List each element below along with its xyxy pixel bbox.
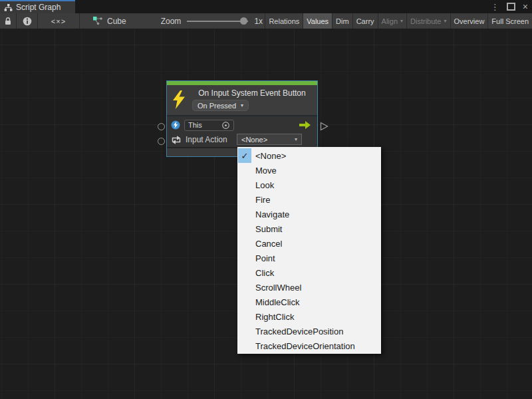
- action-input-port[interactable]: [158, 138, 165, 145]
- tab-script-graph[interactable]: Script Graph: [0, 0, 75, 13]
- view-buttons: Relations Values Dim Carry Align ▾ Distr…: [265, 13, 532, 29]
- menu-item-label: Navigate: [255, 209, 289, 219]
- menu-item[interactable]: ScrollWheel: [237, 280, 381, 295]
- graph-icon: [4, 4, 13, 11]
- graph-toolbar: <×> Cube Zoom 1x Relations Values: [0, 13, 532, 29]
- dim-label: Dim: [336, 17, 349, 25]
- menu-item[interactable]: Move: [237, 163, 381, 178]
- this-field-value: This: [188, 121, 202, 129]
- menu-item[interactable]: Fire: [237, 192, 381, 207]
- menu-item[interactable]: Click: [237, 265, 381, 280]
- close-icon[interactable]: ×: [523, 2, 528, 11]
- fullscreen-label: Full Screen: [491, 17, 529, 25]
- zoom-label: Zoom: [161, 17, 182, 26]
- chevron-down-icon: ▾: [295, 137, 297, 142]
- chevron-down-icon: ▾: [444, 19, 447, 24]
- zoom-control: Zoom 1x: [161, 13, 263, 29]
- info-icon: [23, 17, 32, 26]
- breadcrumb[interactable]: Cube: [93, 13, 126, 29]
- distribute-label: Distribute: [410, 17, 441, 25]
- this-port-row: This: [171, 119, 315, 131]
- menu-item-label: RightClick: [255, 312, 295, 322]
- chevron-down-icon: ▾: [400, 19, 403, 24]
- tab-bar: Script Graph ⋮ ×: [0, 0, 532, 13]
- event-node[interactable]: On Input System Event Button On Pressed …: [166, 80, 318, 157]
- distribute-button[interactable]: Distribute ▾: [406, 13, 450, 29]
- menu-item[interactable]: Look: [237, 178, 381, 192]
- menu-item-label: Fire: [255, 195, 270, 205]
- input-action-dropdown[interactable]: <None> ▾: [237, 134, 302, 145]
- menu-item[interactable]: Cancel: [237, 236, 381, 251]
- event-type-dropdown[interactable]: On Pressed ▾: [192, 100, 249, 111]
- check-icon: ✓: [241, 151, 249, 161]
- zoom-slider[interactable]: [187, 21, 248, 22]
- code-view-button[interactable]: <×>: [38, 13, 80, 29]
- menu-item[interactable]: ✓ <None>: [237, 148, 381, 163]
- code-view-glyph: <×>: [51, 17, 66, 25]
- maximize-icon[interactable]: [507, 3, 515, 11]
- lock-icon: [4, 17, 12, 25]
- tab-label: Script Graph: [16, 3, 61, 12]
- graph-node-icon: [93, 17, 103, 25]
- relations-label: Relations: [269, 17, 299, 25]
- align-button[interactable]: Align ▾: [378, 13, 406, 29]
- unity-script-graph-window: Script Graph ⋮ × <×>: [0, 0, 532, 399]
- menu-item[interactable]: TrackedDevicePosition: [237, 324, 381, 338]
- chevron-down-icon: ▾: [241, 103, 243, 108]
- input-action-label: Input Action: [186, 135, 227, 144]
- info-button[interactable]: [17, 13, 38, 29]
- menu-item-label: MiddleClick: [255, 297, 299, 307]
- window-controls: ⋮ ×: [491, 0, 528, 13]
- zoom-value: 1x: [254, 17, 263, 26]
- fullscreen-button[interactable]: Full Screen: [487, 13, 532, 29]
- lightning-icon: [172, 90, 186, 110]
- this-input-port[interactable]: [158, 123, 165, 130]
- object-picker-icon[interactable]: [221, 121, 230, 130]
- checked-gutter: ✓: [238, 148, 251, 163]
- this-object-field[interactable]: This: [184, 120, 234, 131]
- event-type-label: On Pressed: [198, 102, 236, 110]
- window-menu-icon[interactable]: ⋮: [491, 3, 499, 11]
- flow-arrow-icon: [299, 121, 311, 129]
- menu-item[interactable]: Point: [237, 251, 381, 265]
- menu-item-label: Submit: [255, 224, 282, 234]
- menu-item-label: Click: [255, 268, 274, 278]
- values-label: Values: [307, 17, 329, 25]
- menu-item-label: Point: [255, 253, 275, 263]
- menu-item[interactable]: MiddleClick: [237, 295, 381, 309]
- input-action-row: Input Action <None> ▾: [171, 134, 315, 146]
- input-action-icon: [171, 135, 182, 145]
- relations-button[interactable]: Relations: [265, 13, 303, 29]
- flow-output-port[interactable]: [320, 122, 329, 131]
- menu-item-label: Move: [255, 166, 277, 176]
- menu-item-label: TrackedDeviceOrientation: [255, 341, 355, 351]
- menu-item[interactable]: RightClick: [237, 309, 381, 324]
- breadcrumb-label: Cube: [107, 17, 126, 26]
- menu-item-label: TrackedDevicePosition: [255, 327, 343, 336]
- overview-button[interactable]: Overview: [450, 13, 488, 29]
- menu-item-label: Look: [255, 180, 274, 190]
- carry-label: Carry: [356, 17, 374, 25]
- node-header[interactable]: On Input System Event Button On Pressed …: [167, 85, 317, 115]
- zoom-slider-handle[interactable]: [240, 17, 247, 25]
- graph-canvas[interactable]: On Input System Event Button On Pressed …: [0, 29, 532, 399]
- node-title: On Input System Event Button: [188, 88, 316, 98]
- values-button[interactable]: Values: [303, 13, 332, 29]
- overview-label: Overview: [454, 17, 485, 25]
- input-action-menu: ✓ <None> Move Look Fire Navigate Submit …: [237, 147, 381, 354]
- dim-button[interactable]: Dim: [332, 13, 352, 29]
- input-action-value: <None>: [241, 136, 267, 144]
- menu-item-label: ScrollWheel: [255, 283, 301, 293]
- carry-button[interactable]: Carry: [352, 13, 378, 29]
- align-label: Align: [382, 17, 398, 25]
- gameobject-icon: [171, 120, 180, 130]
- menu-item-label: <None>: [255, 151, 286, 161]
- menu-item-label: Cancel: [255, 239, 282, 249]
- lock-button[interactable]: [0, 13, 17, 29]
- menu-item[interactable]: Submit: [237, 221, 381, 236]
- node-ports: This: [167, 115, 317, 147]
- menu-item[interactable]: TrackedDeviceOrientation: [237, 338, 381, 353]
- menu-item[interactable]: Navigate: [237, 207, 381, 221]
